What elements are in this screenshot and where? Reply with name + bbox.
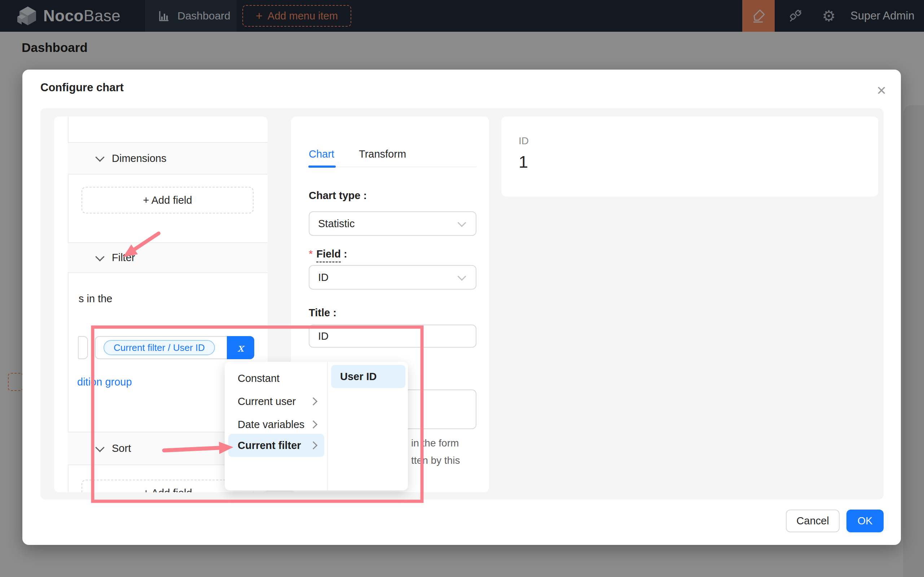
menu-item-current-filter[interactable]: Current filter [228,434,324,457]
modal-body: Dimensions + Add field Filter s in the C… [40,108,884,500]
tab-chart[interactable]: Chart [309,148,334,160]
field-label: Field [316,248,341,263]
clipped-select-fragment[interactable] [78,336,88,359]
close-icon[interactable]: ✕ [874,82,889,98]
configure-chart-modal: Configure chart ✕ Dimensions + Add field… [23,69,901,545]
filter-hint-fragment: s in the [79,293,113,305]
add-condition-group-link-fragment[interactable]: dition group [77,376,132,388]
chart-type-select[interactable]: Statistic [309,211,476,236]
menu-item-label: Date variables [238,419,305,430]
menu-divider [327,362,328,490]
title-value: ID [318,330,329,342]
description-hint-fragment-1: in the form [411,437,459,449]
field-value: ID [318,272,329,284]
chevron-down-icon [457,272,466,280]
add-field-button[interactable]: + Add field [82,187,253,213]
filter-value-input[interactable]: Current filter / User ID x [95,336,254,359]
menu-item-label: Current user [238,396,296,408]
submenu-item-label: User ID [340,371,377,383]
menu-item-current-user[interactable]: Current user [228,390,324,413]
add-field-label: + Add field [143,194,192,206]
chart-type-label: Chart type : [309,190,367,201]
preview-field-label: ID [519,135,529,147]
submenu-item-user-id[interactable]: User ID [331,365,405,388]
field-select[interactable]: ID [309,265,476,290]
section-dimensions[interactable]: Dimensions [68,142,268,174]
section-label: Sort [112,443,131,455]
modal-title: Configure chart [40,81,124,94]
chart-type-value: Statistic [318,218,355,230]
menu-item-label: Current filter [238,440,301,451]
cancel-label: Cancel [796,515,829,527]
chevron-right-icon [310,397,318,406]
chart-preview-card: ID 1 [502,116,878,197]
variable-tag[interactable]: Current filter / User ID [103,340,215,355]
chevron-down-icon [95,443,104,452]
variable-picker-button[interactable]: x [227,336,254,359]
menu-item-date-variables[interactable]: Date variables [228,413,324,436]
ok-button[interactable]: OK [847,509,884,532]
tab-transform[interactable]: Transform [359,148,406,160]
tab-active-indicator [308,166,336,168]
field-label-row: *Field : [309,248,347,260]
chevron-down-icon [95,252,104,261]
section-label: Filter [112,252,135,264]
variable-picker-menu: Constant Current user Date variables Cur… [225,362,408,490]
title-input[interactable]: ID [309,324,476,348]
menu-item-label: Constant [238,372,279,384]
ok-label: OK [858,515,873,527]
description-hint-fragment-2: tten by this [411,455,460,466]
field-colon: : [341,248,347,259]
cancel-button[interactable]: Cancel [786,509,840,532]
chevron-right-icon [310,421,318,429]
add-field-label: + Add field [143,487,192,493]
preview-statistic-value: 1 [519,152,528,172]
title-label: Title : [309,307,337,319]
required-mark: * [309,248,313,259]
section-filter[interactable]: Filter [68,242,268,273]
chevron-right-icon [310,442,318,450]
chevron-down-icon [95,153,104,161]
menu-item-constant[interactable]: Constant [228,367,324,390]
section-label: Dimensions [112,153,167,164]
chevron-down-icon [457,218,466,227]
